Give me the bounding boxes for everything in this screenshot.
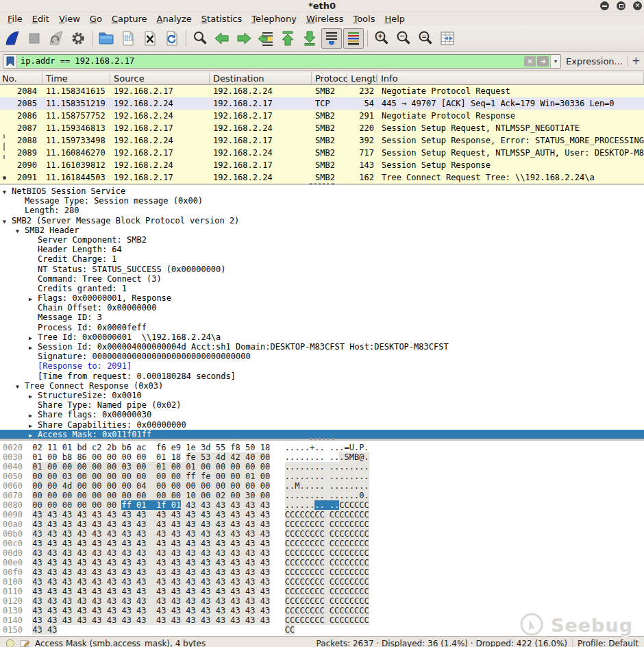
expander-closed-icon[interactable]: ▶ (29, 343, 38, 352)
close-file-button[interactable] (140, 28, 160, 49)
detail-line[interactable]: Server Component: SMB2 (0, 235, 644, 245)
packet-row-2088[interactable]: 208811.159733498192.168.2.24192.168.2.17… (0, 134, 644, 147)
zoom-out-button[interactable]: − (393, 28, 414, 49)
packet-row-2091[interactable]: 209111.161844503192.168.2.17192.168.2.24… (0, 171, 644, 184)
goto-packet-button[interactable] (256, 28, 276, 49)
hex-row-0120[interactable]: 0120 43 43 43 43 43 43 43 43 43 43 43 43… (3, 596, 644, 606)
filter-input[interactable]: ip.addr == 192.168.2.17 (17, 55, 524, 68)
hex-row-00a0[interactable]: 00a0 43 43 43 43 43 43 43 43 43 43 43 43… (3, 520, 644, 529)
restart-capture-button[interactable] (46, 28, 66, 49)
menu-edit[interactable]: Edit (27, 14, 54, 24)
detail-line[interactable]: Message ID: 3 (0, 313, 644, 322)
column-header-time[interactable]: Time (42, 73, 110, 84)
filter-history-caret[interactable]: ▾ (550, 55, 560, 68)
first-packet-button[interactable] (277, 28, 298, 49)
menu-tools[interactable]: Tools (348, 14, 380, 24)
hex-row-0030[interactable]: 0030 01 00 b8 86 00 00 00 00 01 18 fe 53… (3, 452, 644, 462)
start-capture-button[interactable] (2, 28, 23, 49)
zoom-in-button[interactable]: + (371, 28, 392, 49)
add-filter-button[interactable]: + (632, 55, 641, 67)
detail-line[interactable]: ▶Share Capabilities: 0x00000000 (0, 420, 644, 430)
last-packet-button[interactable] (299, 28, 320, 49)
hex-row-00b0[interactable]: 00b0 43 43 43 43 43 43 43 43 43 43 43 43… (3, 529, 644, 539)
apply-filter-button[interactable]: ➜ (537, 56, 549, 66)
previous-packet-button[interactable] (212, 28, 232, 49)
detail-line[interactable]: Chain Offset: 0x00000000 (0, 303, 644, 313)
detail-line[interactable]: Header Length: 64 (0, 245, 644, 254)
detail-line[interactable]: [Time from request: 0.000180284 seconds] (0, 371, 644, 381)
hex-row-0050[interactable]: 0050 00 00 03 00 00 00 00 00 00 00 ff fe… (3, 472, 644, 481)
menu-analyze[interactable]: Analyze (152, 14, 197, 24)
hex-row-0140[interactable]: 0140 43 43 43 43 43 43 43 43 43 43 43 43… (3, 615, 644, 625)
reload-file-button[interactable] (162, 28, 182, 49)
packet-row-2084[interactable]: 208411.158341615192.168.2.17192.168.2.24… (0, 85, 644, 97)
expander-open-icon[interactable]: ▼ (3, 188, 12, 196)
packet-row-2086[interactable]: 208611.158757752192.168.2.24192.168.2.17… (0, 110, 644, 122)
profile-button[interactable]: Profile: Default (578, 639, 639, 647)
packet-row-2089[interactable]: 208911.160846270192.168.2.17192.168.2.24… (0, 147, 644, 159)
hex-row-00f0[interactable]: 00f0 43 43 43 43 43 43 43 43 43 43 43 43… (3, 567, 644, 577)
detail-line[interactable]: Length: 280 (0, 206, 644, 215)
hex-row-0070[interactable]: 0070 00 00 00 00 00 00 00 00 00 00 10 00… (3, 491, 644, 500)
expander-closed-icon[interactable]: ▶ (29, 334, 38, 342)
detail-line[interactable]: Command: Tree Connect (3) (0, 274, 644, 284)
menu-go[interactable]: Go (85, 14, 107, 24)
hex-row-00d0[interactable]: 00d0 43 43 43 43 43 43 43 43 43 43 43 43… (3, 548, 644, 558)
column-header-length[interactable]: Length (347, 73, 377, 84)
detail-line[interactable]: ▼SMB2 Header (0, 225, 644, 235)
detail-line[interactable]: [Response to: 2091] (0, 361, 644, 371)
hex-row-0060[interactable]: 0060 00 00 4d 00 00 00 00 04 00 00 00 00… (3, 481, 644, 491)
menu-help[interactable]: Help (380, 14, 410, 24)
menu-file[interactable]: File (3, 14, 27, 24)
menu-wireless[interactable]: Wireless (301, 14, 348, 24)
detail-line[interactable]: ▶Flags: 0x00000001, Response (0, 293, 644, 303)
clear-filter-button[interactable]: ✕ (524, 56, 536, 66)
zoom-original-button[interactable]: = (415, 28, 436, 49)
column-header-destination[interactable]: Destination (210, 73, 312, 84)
expander-closed-icon[interactable]: ▶ (29, 411, 38, 419)
colorize-button[interactable] (343, 28, 364, 49)
stop-capture-button[interactable] (24, 28, 45, 49)
detail-line[interactable]: ▶Share flags: 0x00000030 (0, 410, 644, 419)
column-header-source[interactable]: Source (110, 73, 210, 84)
hex-row-0110[interactable]: 0110 43 43 43 43 43 43 43 43 43 43 43 43… (3, 587, 644, 596)
filter-bookmark-button[interactable] (3, 55, 17, 68)
detail-line[interactable]: Credits granted: 1 (0, 284, 644, 293)
list-details-splitter[interactable] (0, 184, 644, 185)
column-header-protocol[interactable]: Protocol (312, 73, 347, 84)
packet-row-2090[interactable]: 209011.161039812192.168.2.24192.168.2.17… (0, 159, 644, 171)
expander-closed-icon[interactable]: ▶ (29, 431, 38, 439)
hex-row-0020[interactable]: 0020 02 11 01 bd c2 2b b6 ac f6 e9 1e 3d… (3, 443, 644, 452)
resize-columns-button[interactable] (437, 28, 458, 49)
menu-capture[interactable]: Capture (107, 14, 152, 24)
detail-line[interactable]: ▼Tree Connect Response (0x03) (0, 381, 644, 391)
column-header-no[interactable]: No. (0, 73, 42, 84)
detail-line[interactable]: ▼SMB2 (Server Message Block Protocol ver… (0, 216, 644, 225)
expert-info-icon[interactable] (5, 639, 15, 647)
detail-line[interactable]: ▶Session Id: 0x000004000000004d Acct:sh1… (0, 342, 644, 352)
expander-open-icon[interactable]: ▼ (3, 217, 12, 225)
hex-row-00e0[interactable]: 00e0 43 43 43 43 43 43 43 43 43 43 43 43… (3, 558, 644, 567)
expression-button[interactable]: Expression... (566, 56, 623, 66)
maximize-button[interactable] (617, 1, 626, 10)
detail-line[interactable]: Process Id: 0x0000feff (0, 323, 644, 332)
detail-line[interactable]: ▶Tree Id: 0x00000001 \\192.168.2.24\a (0, 332, 644, 342)
details-bytes-splitter[interactable] (0, 439, 644, 440)
detail-line[interactable]: ▶Access Mask: 0x011f01ff (0, 430, 644, 439)
expander-closed-icon[interactable]: ▶ (29, 392, 38, 400)
detail-line[interactable]: Credit Charge: 1 (0, 254, 644, 264)
detail-line[interactable]: ▼NetBIOS Session Service (0, 186, 644, 196)
expander-closed-icon[interactable]: ▶ (29, 422, 38, 430)
detail-line[interactable]: Signature: 00000000000000000000000000000… (0, 352, 644, 361)
detail-line[interactable]: NT Status: STATUS_SUCCESS (0x00000000) (0, 265, 644, 274)
capture-comment-icon[interactable] (20, 638, 30, 647)
expander-closed-icon[interactable]: ▶ (29, 295, 38, 303)
column-header-info[interactable]: Info (377, 73, 644, 84)
find-packet-button[interactable] (190, 28, 210, 49)
expander-open-icon[interactable]: ▼ (16, 227, 25, 235)
close-button[interactable]: ✕ (633, 1, 642, 10)
hex-row-00c0[interactable]: 00c0 43 43 43 43 43 43 43 43 43 43 43 43… (3, 539, 644, 548)
hex-row-0150[interactable]: 0150 43 43 CC (3, 625, 644, 635)
save-file-button[interactable]: 01010110 (118, 28, 138, 49)
minimize-button[interactable] (600, 1, 609, 10)
